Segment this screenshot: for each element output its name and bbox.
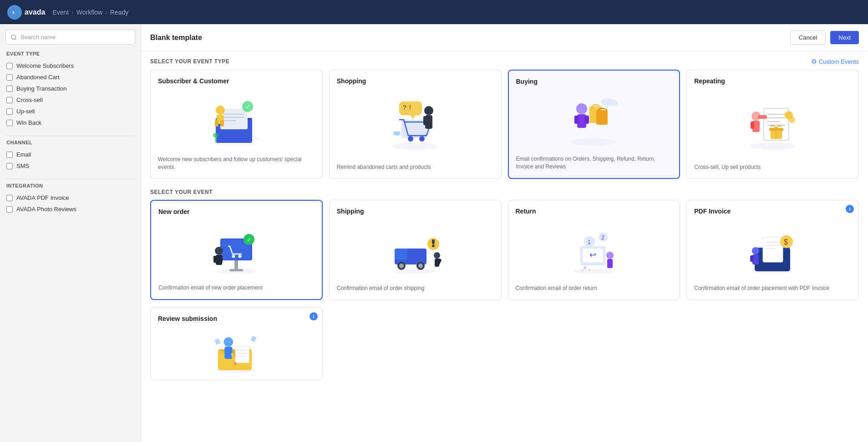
event-card-shipping[interactable]: Shipping	[329, 200, 502, 300]
info-badge-pdf-invoice: i	[846, 205, 854, 213]
event-card-illustration-return: ↩ 1 2	[516, 219, 673, 280]
event-card-illustration-shipping	[337, 219, 494, 280]
event-card-title-shipping: Shipping	[337, 208, 494, 215]
select-event-label: SELECT YOUR EVENT	[150, 189, 859, 195]
sidebar-item-up-sell[interactable]: Up-sell	[5, 106, 135, 117]
label-email: Email	[16, 151, 31, 158]
checkbox-abandoned-cart[interactable]	[6, 74, 13, 81]
svg-rect-52	[751, 122, 754, 129]
card-subscriber-customer[interactable]: Subscriber & Customer	[150, 70, 323, 179]
content-area: Blank template Cancel Next SELECT YOUR E…	[141, 24, 868, 442]
svg-rect-69	[395, 249, 407, 260]
svg-rect-116	[215, 338, 221, 345]
next-button[interactable]: Next	[830, 31, 859, 44]
checkbox-win-back[interactable]	[6, 120, 13, 126]
breadcrumb-sep-1: ›	[71, 9, 74, 16]
channel-section: CHANNEL Email SMS	[5, 140, 135, 172]
event-type-section: EVENT TYPE Welcome Subscribers Abandoned…	[5, 51, 135, 128]
breadcrumb: Event › Workflow › Ready	[52, 9, 128, 16]
svg-point-63	[215, 247, 223, 255]
svg-rect-36	[584, 116, 589, 124]
checkbox-sms[interactable]	[6, 163, 13, 169]
info-badge-review-submission: i	[310, 312, 318, 320]
svg-point-30	[571, 138, 617, 146]
event-card-desc-shipping: Confirmation email of order shipping	[337, 285, 494, 292]
cancel-button[interactable]: Cancel	[790, 30, 826, 45]
svg-point-39	[750, 142, 796, 150]
svg-text:2: 2	[601, 234, 604, 241]
event-card-desc-pdf-invoice: Confirmation email of order placement wi…	[694, 285, 851, 292]
gear-icon: ⚙	[811, 58, 817, 65]
event-cards: New order	[141, 200, 868, 307]
card-shopping[interactable]: Shopping	[329, 70, 502, 179]
checkbox-avada-photo-reviews[interactable]	[6, 206, 13, 213]
svg-rect-117	[251, 336, 257, 342]
sidebar-item-avada-photo-reviews[interactable]: AVADA Photo Reviews	[5, 203, 135, 215]
svg-point-57	[232, 255, 235, 258]
card-title-repeating: Repeating	[694, 77, 851, 85]
search-input[interactable]	[5, 30, 135, 45]
sidebar-item-cross-sell[interactable]: Cross-sell	[5, 94, 135, 106]
svg-rect-12	[220, 120, 224, 127]
sidebar-item-win-back[interactable]: Win Back	[5, 117, 135, 128]
breadcrumb-ready: Ready	[110, 9, 128, 16]
event-card-new-order[interactable]: New order	[150, 200, 323, 300]
card-buying[interactable]: Buying	[508, 70, 680, 179]
event-type-section-content: SELECT YOUR EVENT TYPE ⚙ Custom Events S…	[141, 51, 868, 186]
sidebar-item-sms[interactable]: SMS	[5, 160, 135, 172]
sidebar-item-buying-transaction[interactable]: Buying Transaction	[5, 83, 135, 94]
label-cross-sell: Cross-sell	[16, 97, 43, 103]
svg-rect-89	[607, 259, 613, 268]
modal-header: Blank template Cancel Next	[141, 24, 868, 51]
svg-rect-11	[215, 120, 218, 127]
sidebar-item-email[interactable]: Email	[5, 149, 135, 160]
label-buying-transaction: Buying Transaction	[16, 85, 67, 92]
event-card-pdf-invoice[interactable]: i PDF Invoice	[686, 200, 859, 300]
label-up-sell: Up-sell	[16, 108, 35, 115]
checkbox-up-sell[interactable]	[6, 108, 13, 115]
checkbox-buying-transaction[interactable]	[6, 86, 13, 92]
logo: a avada	[7, 5, 45, 20]
checkbox-email[interactable]	[6, 152, 13, 158]
custom-events-link[interactable]: ⚙ Custom Events	[811, 58, 859, 65]
svg-point-16	[213, 133, 218, 137]
checkbox-welcome-subscribers[interactable]	[6, 63, 13, 69]
label-welcome-subscribers: Welcome Subscribers	[16, 62, 74, 69]
divider-1	[5, 136, 135, 136]
label-sms: SMS	[16, 163, 29, 169]
svg-point-102	[752, 247, 759, 254]
checkbox-cross-sell[interactable]	[6, 97, 13, 103]
svg-point-90	[584, 266, 586, 269]
svg-rect-104	[750, 255, 754, 262]
modal-title: Blank template	[150, 34, 202, 42]
sidebar-item-avada-pdf-invoice[interactable]: AVADA PDF Invoice	[5, 192, 135, 203]
svg-rect-32	[596, 110, 608, 125]
sidebar-item-welcome-subscribers[interactable]: Welcome Subscribers	[5, 60, 135, 71]
svg-rect-35	[574, 116, 579, 124]
event-card-review-submission[interactable]: i Review submission	[150, 307, 323, 380]
event-card-return[interactable]: Return ↩ 1 2	[508, 200, 680, 300]
event-cards-row2: i Review submission	[141, 307, 868, 387]
event-type-header: SELECT YOUR EVENT TYPE ⚙ Custom Events	[141, 51, 868, 70]
event-section-content: SELECT YOUR EVENT New order	[141, 186, 868, 387]
label-avada-pdf-invoice: AVADA PDF Invoice	[16, 194, 69, 201]
checkbox-avada-pdf-invoice[interactable]	[6, 195, 13, 201]
breadcrumb-workflow[interactable]: Workflow	[76, 9, 102, 16]
custom-events-text: Custom Events	[819, 58, 859, 65]
svg-point-92	[582, 269, 584, 271]
card-repeating[interactable]: Repeating	[686, 70, 859, 179]
svg-point-91	[589, 269, 590, 271]
breadcrumb-event[interactable]: Event	[52, 9, 69, 16]
card-illustration-buying	[516, 90, 672, 151]
event-card-title-review-submission: Review submission	[158, 315, 315, 322]
top-navigation: a avada Event › Workflow › Ready	[0, 0, 868, 24]
logo-text: avada	[25, 8, 45, 16]
divider-2	[5, 179, 135, 179]
svg-text:?: ?	[403, 104, 406, 111]
sidebar-item-abandoned-cart[interactable]: Abandoned Cart	[5, 71, 135, 83]
channel-title: CHANNEL	[5, 140, 135, 145]
svg-rect-96	[763, 237, 783, 262]
svg-rect-66	[219, 256, 223, 263]
integration-title: INTEGRATION	[5, 183, 135, 188]
select-event-header: SELECT YOUR EVENT	[141, 186, 868, 200]
